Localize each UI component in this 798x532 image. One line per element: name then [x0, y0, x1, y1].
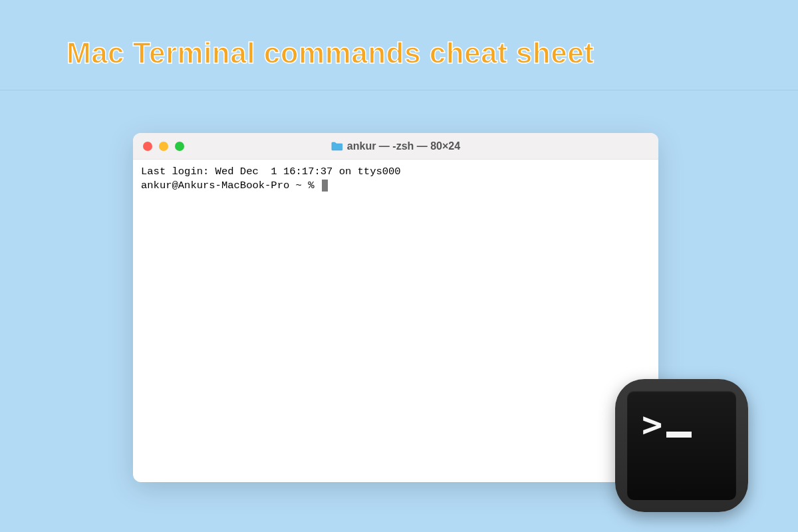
terminal-app-icon: > [615, 379, 748, 512]
traffic-lights [143, 142, 184, 151]
minimize-button[interactable] [159, 142, 168, 151]
underscore-icon [666, 432, 692, 438]
terminal-app-inner: > [627, 391, 736, 500]
prompt-text: ankur@Ankurs-MacBook-Pro ~ % [141, 179, 321, 193]
prompt-symbol-icon: > [642, 407, 722, 442]
window-titlebar: ankur — -zsh — 80×24 [133, 133, 658, 160]
folder-icon [331, 142, 343, 151]
close-button[interactable] [143, 142, 152, 151]
page-title: Mac Terminal commands cheat sheet [0, 0, 798, 90]
window-title-text: ankur — -zsh — 80×24 [347, 140, 460, 152]
chevron-icon: > [642, 407, 662, 442]
cursor [322, 180, 328, 192]
prompt-line: ankur@Ankurs-MacBook-Pro ~ % [141, 179, 650, 193]
last-login-line: Last login: Wed Dec 1 16:17:37 on ttys00… [141, 165, 650, 179]
terminal-window: ankur — -zsh — 80×24 Last login: Wed Dec… [133, 133, 658, 482]
header-divider [0, 90, 798, 90]
window-title: ankur — -zsh — 80×24 [331, 140, 460, 152]
maximize-button[interactable] [175, 142, 184, 151]
terminal-body[interactable]: Last login: Wed Dec 1 16:17:37 on ttys00… [133, 160, 658, 198]
